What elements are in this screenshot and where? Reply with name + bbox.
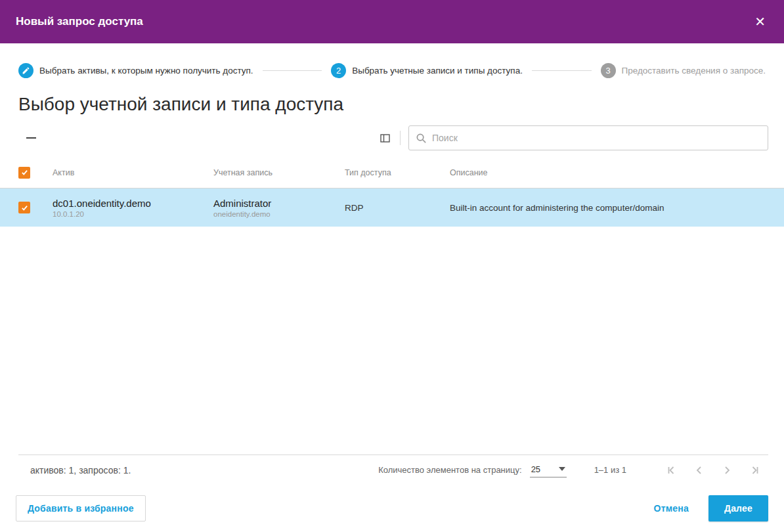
search-input[interactable] — [432, 133, 761, 143]
new-access-request-dialog: Новый запрос доступа ✕ Выбрать активы, к… — [0, 0, 784, 532]
stepper-connector — [532, 70, 592, 71]
minus-icon — [26, 137, 36, 139]
asset-ip: 10.0.1.20 — [53, 210, 213, 218]
table-header-row: Актив Учетная запись Тип доступа Описани… — [0, 157, 784, 188]
account-cell: Administrator oneidentity.demo — [213, 198, 345, 218]
asset-name: dc01.oneidentity.demo — [53, 198, 213, 209]
first-page-icon — [666, 465, 677, 476]
access-type-cell: RDP — [345, 203, 450, 213]
toolbar-divider — [400, 131, 401, 145]
last-page-icon — [749, 465, 760, 476]
page-title: Выбор учетной записи и типа доступа — [0, 78, 784, 118]
description-cell: Built-in account for administering the c… — [450, 203, 784, 213]
action-bar: Добавить в избранное Отмена Далее — [0, 485, 784, 532]
close-icon: ✕ — [754, 14, 766, 29]
last-page-button[interactable] — [741, 461, 768, 479]
columns-icon — [380, 133, 391, 144]
step-2-circle: 2 — [331, 63, 346, 78]
previous-page-button[interactable] — [686, 461, 713, 479]
page-range: 1–1 из 1 — [594, 465, 626, 475]
selection-summary: активов: 1, запросов: 1. — [18, 465, 131, 476]
step-1[interactable]: Выбрать активы, к которым нужно получить… — [18, 63, 253, 78]
pencil-icon — [22, 66, 30, 75]
search-icon — [416, 133, 427, 144]
dialog-title: Новый запрос доступа — [16, 15, 143, 28]
cancel-button[interactable]: Отмена — [654, 503, 689, 514]
table-row[interactable]: dc01.oneidentity.demo 10.0.1.20 Administ… — [0, 188, 784, 227]
step-2[interactable]: 2 Выбрать учетные записи и типы доступа. — [331, 63, 523, 78]
step-3: 3 Предоставить сведения о запросе. — [601, 63, 766, 78]
select-all-checkbox[interactable] — [18, 167, 30, 179]
step-1-label: Выбрать активы, к которым нужно получить… — [39, 66, 253, 76]
step-2-label: Выбрать учетные записи и типы доступа. — [352, 66, 523, 76]
next-page-button[interactable] — [713, 461, 741, 479]
toolbar — [0, 118, 784, 157]
step-3-label: Предоставить сведения о запросе. — [622, 66, 766, 76]
column-header-access-type[interactable]: Тип доступа — [345, 168, 450, 177]
column-settings-button[interactable] — [376, 130, 395, 146]
row-checkbox-cell — [18, 202, 53, 213]
description-value: Built-in account for administering the c… — [450, 203, 771, 213]
pagination-bar: активов: 1, запросов: 1. Количество элем… — [18, 454, 768, 485]
stepper-connector — [263, 70, 322, 71]
check-icon — [20, 204, 29, 212]
chevron-left-icon — [694, 465, 705, 476]
step-1-circle — [18, 63, 33, 78]
account-domain: oneidentity.demo — [213, 210, 345, 218]
accounts-table: Актив Учетная запись Тип доступа Описани… — [0, 157, 784, 227]
check-icon — [20, 168, 29, 177]
account-name: Administrator — [213, 198, 345, 209]
pager — [658, 461, 768, 479]
access-type-value: RDP — [345, 203, 450, 213]
per-page-label: Количество элементов на страницу: — [378, 465, 521, 475]
stepper: Выбрать активы, к которым нужно получить… — [0, 43, 784, 78]
empty-area — [0, 227, 784, 454]
step-3-circle: 3 — [601, 63, 616, 78]
first-page-button[interactable] — [658, 461, 686, 479]
chevron-down-icon — [559, 467, 565, 471]
add-to-favorites-button[interactable]: Добавить в избранное — [16, 495, 146, 521]
column-header-description[interactable]: Описание — [450, 168, 784, 177]
column-header-asset[interactable]: Актив — [53, 168, 213, 177]
pagination-controls: Количество элементов на страницу: 25 1–1… — [378, 461, 768, 479]
row-checkbox[interactable] — [18, 202, 30, 213]
next-button[interactable]: Далее — [708, 495, 768, 521]
per-page-value: 25 — [531, 464, 540, 474]
per-page-select[interactable]: 25 — [530, 463, 567, 477]
chevron-right-icon — [722, 465, 732, 476]
dialog-header: Новый запрос доступа ✕ — [0, 0, 784, 43]
column-header-account[interactable]: Учетная запись — [213, 168, 345, 177]
header-checkbox-cell — [18, 167, 53, 179]
action-right-group: Отмена Далее — [654, 495, 768, 521]
collapse-selection-button[interactable] — [24, 132, 39, 144]
asset-cell: dc01.oneidentity.demo 10.0.1.20 — [53, 198, 213, 218]
close-button[interactable]: ✕ — [752, 12, 768, 31]
search-box[interactable] — [408, 125, 768, 150]
